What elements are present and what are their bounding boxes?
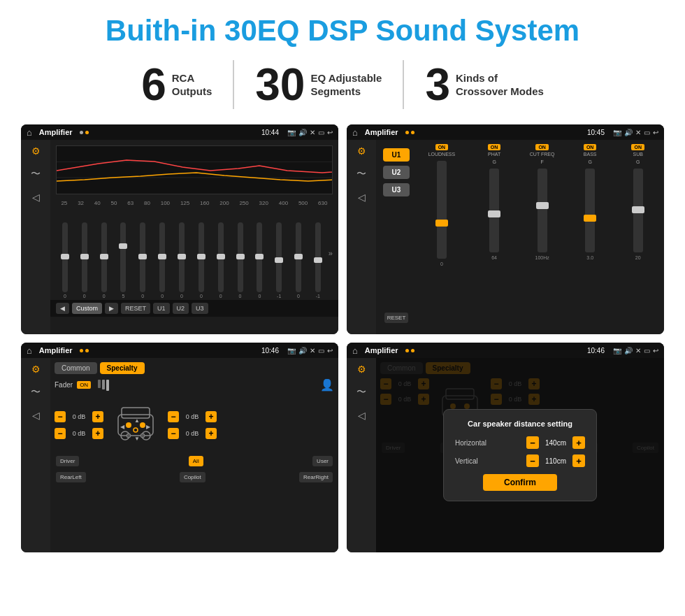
home-icon[interactable]: ⌂ xyxy=(27,127,32,138)
reset-btn-2[interactable]: RESET xyxy=(384,313,409,323)
slider-7[interactable]: 0 xyxy=(173,222,191,299)
plus-left-top[interactable]: + xyxy=(92,411,103,422)
screen1-main: 25 32 40 50 63 80 100 125 160 200 250 32… xyxy=(50,140,338,334)
user-btn[interactable]: User xyxy=(312,456,333,466)
speaker-icon[interactable]: ◁ xyxy=(32,192,40,203)
phat-slider[interactable] xyxy=(489,169,499,252)
slider-2[interactable]: 0 xyxy=(75,222,94,299)
home-icon-3[interactable]: ⌂ xyxy=(27,345,32,356)
custom-button[interactable]: Custom xyxy=(72,303,102,314)
bass-slider[interactable] xyxy=(585,169,595,252)
back-icon-3[interactable]: ↩ xyxy=(327,347,333,354)
sub-slider[interactable] xyxy=(633,169,643,252)
minus-left-top[interactable]: − xyxy=(55,411,66,422)
db-row-left-bottom: − 0 dB + xyxy=(55,428,103,439)
plus-right-bottom[interactable]: + xyxy=(206,428,217,439)
slider-5[interactable]: 0 xyxy=(134,222,152,299)
freq-200: 200 xyxy=(219,200,229,206)
confirm-button[interactable]: Confirm xyxy=(483,474,557,491)
spk-icon-2[interactable]: ◁ xyxy=(358,192,366,203)
slider-11[interactable]: 0 xyxy=(250,222,268,299)
features-row: 6 RCA Outputs 30 EQ Adjustable Segments … xyxy=(21,60,664,109)
cutfreq-on[interactable]: ON xyxy=(535,144,549,150)
home-icon-2[interactable]: ⌂ xyxy=(352,127,358,138)
specialty-tab[interactable]: Specialty xyxy=(100,362,145,374)
slider-12[interactable]: -1 xyxy=(270,222,288,299)
home-icon-4[interactable]: ⌂ xyxy=(352,345,358,356)
plus-right-top[interactable]: + xyxy=(206,411,217,422)
minus-left-bottom[interactable]: − xyxy=(55,428,66,439)
more-icon[interactable]: » xyxy=(329,249,333,257)
rearright-btn[interactable]: RearRight xyxy=(299,472,333,482)
sub-on[interactable]: ON xyxy=(631,144,644,150)
db-val-right-bottom: 0 dB xyxy=(182,430,203,437)
slider-1[interactable]: 0 xyxy=(56,222,74,299)
dot-4 xyxy=(411,131,414,134)
u2-selector[interactable]: U2 xyxy=(383,166,410,179)
all-btn[interactable]: All xyxy=(189,456,203,466)
u3-selector[interactable]: U3 xyxy=(383,183,410,196)
phat-on[interactable]: ON xyxy=(488,144,501,150)
slider-10[interactable]: 0 xyxy=(231,222,250,299)
horizontal-minus[interactable]: − xyxy=(526,436,539,449)
vertical-plus[interactable]: + xyxy=(572,454,585,467)
slider-13[interactable]: 0 xyxy=(289,222,308,299)
bass-on[interactable]: ON xyxy=(584,144,597,150)
slider-9[interactable]: 0 xyxy=(212,222,230,299)
slider-14[interactable]: -1 xyxy=(309,222,327,299)
reset-button[interactable]: RESET xyxy=(121,303,150,314)
common-tab[interactable]: Common xyxy=(55,362,97,374)
back-icon-4[interactable]: ↩ xyxy=(653,347,658,354)
feature-text-rca-1: RCA xyxy=(172,71,212,85)
screen4-title: Amplifier xyxy=(365,346,398,354)
back-icon[interactable]: ↩ xyxy=(327,129,333,136)
fader-on-badge[interactable]: ON xyxy=(77,381,91,389)
svg-point-8 xyxy=(134,428,138,432)
eq-icon-3[interactable]: ⚙ xyxy=(31,364,41,375)
eq-icon[interactable]: ⚙ xyxy=(31,145,41,157)
prev-button[interactable]: ◀ xyxy=(56,303,69,314)
dialog-overlay: Car speaker distance setting Horizontal … xyxy=(376,358,664,552)
u1-button[interactable]: U1 xyxy=(153,303,170,314)
u3-button[interactable]: U3 xyxy=(192,303,208,314)
feature-text-eq-2: Segments xyxy=(310,85,382,99)
play-button[interactable]: ▶ xyxy=(105,303,118,314)
slider-6[interactable]: 0 xyxy=(153,222,171,299)
svg-point-5 xyxy=(140,422,145,428)
user-avatar-icon[interactable]: 👤 xyxy=(320,378,334,392)
plus-left-bottom[interactable]: + xyxy=(92,428,103,439)
cutfreq-val: 100Hz xyxy=(535,255,549,260)
copilot-btn[interactable]: Copilot xyxy=(180,472,206,482)
u2-button[interactable]: U2 xyxy=(173,303,189,314)
minus-right-bottom[interactable]: − xyxy=(168,428,179,439)
loudness-slider[interactable] xyxy=(437,161,447,259)
minus-right-top[interactable]: − xyxy=(168,411,179,422)
rearleft-btn[interactable]: RearLeft xyxy=(56,472,86,482)
phat-col: ON PHAT G 64 xyxy=(471,144,518,266)
phat-val: 64 xyxy=(491,255,497,260)
slider-3[interactable]: 0 xyxy=(95,222,113,299)
spk-icon-4[interactable]: ◁ xyxy=(358,410,366,421)
back-icon-2[interactable]: ↩ xyxy=(653,129,658,136)
wave-icon-2[interactable]: 〜 xyxy=(356,168,366,180)
eq-icon-2[interactable]: ⚙ xyxy=(357,145,366,157)
cutfreq-slider[interactable] xyxy=(538,169,547,252)
horizontal-plus[interactable]: + xyxy=(572,436,585,449)
amp2-sliders-area: ON LOUDNESS 0 ON PHAT G xyxy=(414,143,661,331)
freq-630: 630 xyxy=(318,200,327,206)
u1-selector[interactable]: U1 xyxy=(383,148,410,162)
slider-8[interactable]: 0 xyxy=(192,222,210,299)
status-icons-1: 📷 🔊 ✕ ▭ ↩ xyxy=(287,129,333,136)
loudness-on[interactable]: ON xyxy=(435,144,449,150)
vertical-minus[interactable]: − xyxy=(526,454,539,467)
dot-7 xyxy=(405,349,409,352)
slider-4[interactable]: 5 xyxy=(115,222,133,299)
db-val-right-top: 0 dB xyxy=(182,413,203,420)
driver-btn[interactable]: Driver xyxy=(56,456,79,466)
spk-icon-3[interactable]: ◁ xyxy=(32,410,40,421)
wave-icon-4[interactable]: 〜 xyxy=(356,386,366,399)
wave-icon-3[interactable]: 〜 xyxy=(31,386,41,399)
screen1-time: 10:44 xyxy=(261,129,279,136)
wave-icon[interactable]: 〜 xyxy=(31,168,41,180)
eq-icon-4[interactable]: ⚙ xyxy=(357,364,366,375)
